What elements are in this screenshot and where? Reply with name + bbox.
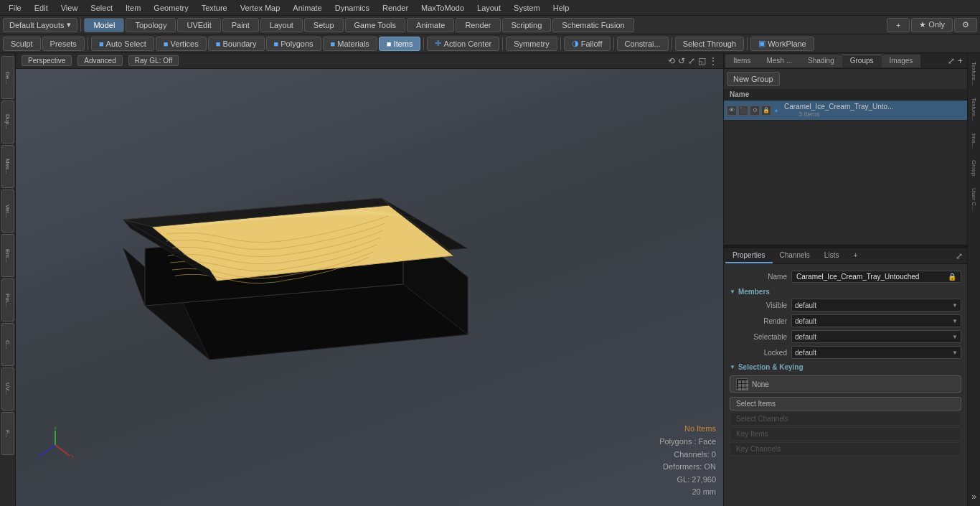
menu-layout[interactable]: Layout: [471, 2, 507, 14]
vtab-group[interactable]: Group: [969, 154, 979, 182]
viewport[interactable]: Perspective Advanced Ray GL: Off ⟲ ↺ ⤢ ◱…: [16, 53, 723, 506]
expand-arrow[interactable]: »: [970, 490, 978, 503]
tab-properties[interactable]: Properties: [725, 249, 773, 263]
menu-item[interactable]: Item: [120, 2, 146, 14]
visibility-icon[interactable]: 👁: [727, 106, 737, 116]
menu-help[interactable]: Help: [547, 2, 575, 14]
key-channels-btn[interactable]: Key Channels: [730, 442, 961, 456]
menu-system[interactable]: System: [508, 2, 546, 14]
menu-vertex-map[interactable]: Vertex Map: [235, 2, 286, 14]
add-panel-icon[interactable]: +: [958, 56, 963, 66]
layout-dropdown[interactable]: Default Layouts ▾: [3, 18, 77, 32]
perspective-btn[interactable]: Perspective: [22, 55, 72, 66]
menu-geometry[interactable]: Geometry: [148, 2, 194, 14]
tab-topology[interactable]: Topology: [126, 18, 176, 32]
tab-add-prop[interactable]: +: [846, 249, 864, 263]
materials-btn[interactable]: ■ Materials: [323, 37, 377, 51]
none-btn[interactable]: None: [730, 375, 961, 393]
menu-file[interactable]: File: [3, 2, 27, 14]
menu-select[interactable]: Select: [85, 2, 118, 14]
menu-view[interactable]: View: [55, 2, 84, 14]
tab-lists[interactable]: Lists: [817, 249, 847, 263]
settings-btn[interactable]: ⚙: [954, 18, 977, 32]
tab-uvedit[interactable]: UVEdit: [177, 18, 220, 32]
left-tab-em[interactable]: Em...: [1, 234, 14, 277]
sculpt-btn[interactable]: Sculpt: [3, 37, 41, 51]
left-tab-uv[interactable]: UV...: [1, 367, 14, 411]
svg-text:X: X: [70, 453, 73, 460]
rotate-icon[interactable]: ⟲: [668, 56, 675, 66]
ray-gl-btn[interactable]: Ray GL: Off: [128, 55, 179, 66]
expand-panel-icon[interactable]: ⤢: [948, 56, 955, 66]
tab-layout[interactable]: Layout: [260, 18, 303, 32]
visible-select[interactable]: default ▼: [791, 299, 961, 311]
vtab-user-c[interactable]: User C...: [969, 182, 979, 217]
boundary-btn[interactable]: ■ Boundary: [208, 37, 265, 51]
left-tab-f[interactable]: F...: [1, 412, 14, 455]
tab-scripting[interactable]: Scripting: [502, 18, 552, 32]
render-icon[interactable]: ⬛: [738, 106, 748, 116]
right-tab-images[interactable]: Images: [882, 55, 921, 67]
new-group-button[interactable]: New Group: [727, 72, 780, 86]
chevron-down-icon: ▾: [67, 20, 71, 29]
tab-model[interactable]: Model: [84, 18, 124, 32]
properties-icon[interactable]: ⚙: [750, 106, 760, 116]
left-tab-c[interactable]: C...: [1, 323, 14, 366]
vtab-texture2[interactable]: Texture...: [969, 92, 979, 127]
prop-expand-icon[interactable]: ⤢: [956, 251, 963, 261]
none-grid-icon: [736, 378, 748, 390]
left-tab-pol[interactable]: Pol...: [1, 278, 14, 322]
right-tab-mesh[interactable]: Mesh ...: [758, 55, 800, 67]
workplane-btn[interactable]: ▣ WorkPlane: [750, 37, 814, 51]
locked-select[interactable]: default ▼: [791, 346, 961, 359]
select-items-btn[interactable]: Select Items: [730, 397, 961, 411]
key-items-btn[interactable]: Key Items: [730, 427, 961, 441]
name-value[interactable]: Caramel_Ice_Cream_Tray_Untouched 🔒: [791, 271, 961, 283]
tab-schematic[interactable]: Schematic Fusion: [552, 18, 633, 32]
left-tab-ver[interactable]: Ver...: [1, 189, 14, 233]
menu-maxtomodo[interactable]: MaxToModo: [415, 2, 470, 14]
constraints-btn[interactable]: Constrai...: [617, 37, 669, 51]
presets-btn[interactable]: Presets: [42, 37, 85, 51]
tab-paint[interactable]: Paint: [222, 18, 259, 32]
action-center-btn[interactable]: ✛ Action Center: [427, 37, 499, 51]
items-btn[interactable]: ■ Items: [379, 37, 421, 51]
polygons-btn[interactable]: ■ Polygons: [266, 37, 321, 51]
tab-setup[interactable]: Setup: [304, 18, 344, 32]
selectable-select[interactable]: default ▼: [791, 330, 961, 343]
symmetry-btn[interactable]: Symmetry: [506, 37, 557, 51]
menu-texture[interactable]: Texture: [196, 2, 233, 14]
group-item-icons: 👁 ⬛ ⚙ 🔒: [727, 106, 771, 116]
select-through-btn[interactable]: Select Through: [675, 37, 744, 51]
vtab-texture1[interactable]: Texture...: [969, 56, 979, 91]
lock-icon[interactable]: 🔒: [761, 106, 771, 116]
tab-animate[interactable]: Animate: [407, 18, 454, 32]
vertices-btn[interactable]: ■ Vertices: [156, 37, 207, 51]
refresh-icon[interactable]: ↺: [678, 56, 685, 66]
vtab-ima[interactable]: Ima...: [969, 128, 979, 154]
tab-channels[interactable]: Channels: [773, 249, 817, 263]
tab-add[interactable]: +: [887, 18, 910, 32]
select-channels-btn[interactable]: Select Channels: [730, 412, 961, 426]
falloff-btn[interactable]: ◑ Falloff: [564, 37, 611, 51]
frame-icon[interactable]: ◱: [698, 56, 706, 66]
menu-animate[interactable]: Animate: [287, 2, 327, 14]
star-only-btn[interactable]: ★ Only: [911, 18, 953, 32]
more-icon[interactable]: ⋮: [709, 56, 717, 66]
right-tab-shading[interactable]: Shading: [800, 55, 842, 67]
menu-edit[interactable]: Edit: [29, 2, 54, 14]
left-tab-mes[interactable]: Mes...: [1, 145, 14, 188]
advanced-btn[interactable]: Advanced: [77, 55, 122, 66]
tab-game-tools[interactable]: Game Tools: [345, 18, 406, 32]
fit-icon[interactable]: ⤢: [688, 56, 695, 66]
right-tab-items[interactable]: Items: [725, 55, 758, 67]
tab-render[interactable]: Render: [456, 18, 500, 32]
auto-select-btn[interactable]: ■ Auto Select: [91, 37, 154, 51]
group-list-item[interactable]: 👁 ⬛ ⚙ 🔒 + Caramel_Ice_Cream_Tray_Unto...…: [724, 100, 967, 121]
left-tab-de[interactable]: De...: [1, 56, 14, 99]
render-select[interactable]: default ▼: [791, 314, 961, 327]
menu-render[interactable]: Render: [377, 2, 414, 14]
left-tab-dup[interactable]: Dup...: [1, 100, 14, 144]
right-tab-groups[interactable]: Groups: [842, 55, 882, 67]
menu-dynamics[interactable]: Dynamics: [329, 2, 375, 14]
